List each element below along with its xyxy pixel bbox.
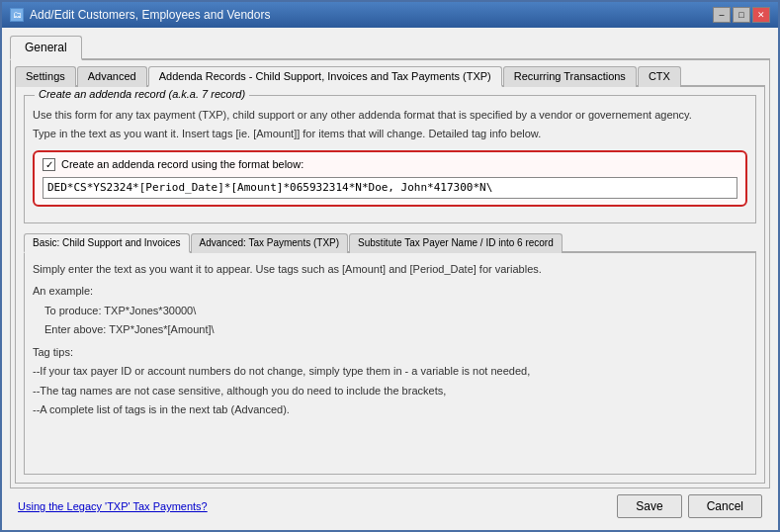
bottom-buttons: Save Cancel xyxy=(617,494,762,518)
example-label: An example: xyxy=(33,283,747,300)
tip1: --If your tax payer ID or account number… xyxy=(33,363,747,380)
outer-tab-bar: General xyxy=(10,34,770,60)
group-content: Use this form for any tax payment (TXP),… xyxy=(33,108,747,207)
main-window: 🗂 Add/Edit Customers, Employees and Vend… xyxy=(0,0,780,532)
tab-content-addenda: Create an addenda record (a.k.a. 7 recor… xyxy=(15,87,765,484)
example-enter: Enter above: TXP*Jones*[Amount]\ xyxy=(44,321,747,338)
sub-tab-advanced-txp[interactable]: Advanced: Tax Payments (TXP) xyxy=(191,233,349,253)
window-icon: 🗂 xyxy=(10,8,24,22)
addenda-format-input[interactable] xyxy=(43,177,737,199)
sub-tab-bar: Basic: Child Support and Invoices Advanc… xyxy=(24,231,756,253)
checkbox-label: Create an addenda record using the forma… xyxy=(61,158,303,170)
minimize-button[interactable]: – xyxy=(713,7,731,23)
close-button[interactable]: ✕ xyxy=(752,7,770,23)
tip3: --A complete list of tags is in the next… xyxy=(33,401,747,418)
tab-addenda[interactable]: Addenda Records - Child Support, Invoice… xyxy=(148,66,502,87)
window-title: Add/Edit Customers, Employees and Vendor… xyxy=(30,8,270,22)
checkbox-row: Create an addenda record using the forma… xyxy=(43,158,737,171)
checkbox-highlight-box: Create an addenda record using the forma… xyxy=(33,150,747,207)
tab-advanced[interactable]: Advanced xyxy=(77,66,147,87)
create-addenda-checkbox[interactable] xyxy=(43,158,55,171)
legacy-link[interactable]: Using the Legacy 'TXP' Tax Payments? xyxy=(18,500,208,512)
tab-settings[interactable]: Settings xyxy=(15,66,76,87)
desc-line2: Type in the text as you want it. Insert … xyxy=(33,127,747,141)
title-buttons: – □ ✕ xyxy=(713,7,770,23)
window-body: General Settings Advanced Addenda Record… xyxy=(2,28,778,530)
example-produce: To produce: TXP*Jones*30000\ xyxy=(44,303,747,319)
title-bar-left: 🗂 Add/Edit Customers, Employees and Vend… xyxy=(10,8,270,22)
sub-tab-substitute[interactable]: Substitute Tax Payer Name / ID into 6 re… xyxy=(349,233,563,253)
info-line1: Simply enter the text as you want it to … xyxy=(33,261,747,278)
sub-tab-basic[interactable]: Basic: Child Support and Invoices xyxy=(24,233,190,253)
info-panel: Simply enter the text as you want it to … xyxy=(24,253,756,475)
group-box-title: Create an addenda record (a.k.a. 7 recor… xyxy=(35,88,249,100)
main-panel: Settings Advanced Addenda Records - Chil… xyxy=(10,60,770,488)
title-bar: 🗂 Add/Edit Customers, Employees and Vend… xyxy=(2,2,778,28)
save-button[interactable]: Save xyxy=(617,494,681,518)
tab-ctx[interactable]: CTX xyxy=(638,66,681,87)
create-addenda-group: Create an addenda record (a.k.a. 7 recor… xyxy=(24,95,756,223)
restore-button[interactable]: □ xyxy=(733,7,750,23)
tab-general[interactable]: General xyxy=(10,36,82,60)
inner-tab-bar: Settings Advanced Addenda Records - Chil… xyxy=(15,64,765,87)
desc-line1: Use this form for any tax payment (TXP),… xyxy=(33,108,747,123)
tag-tips-label: Tag tips: xyxy=(33,344,747,361)
tab-recurring[interactable]: Recurring Transactions xyxy=(503,66,637,87)
bottom-bar: Using the Legacy 'TXP' Tax Payments? Sav… xyxy=(10,488,770,522)
tip2: --The tag names are not case sensitive, … xyxy=(33,383,747,399)
cancel-button[interactable]: Cancel xyxy=(688,494,762,518)
